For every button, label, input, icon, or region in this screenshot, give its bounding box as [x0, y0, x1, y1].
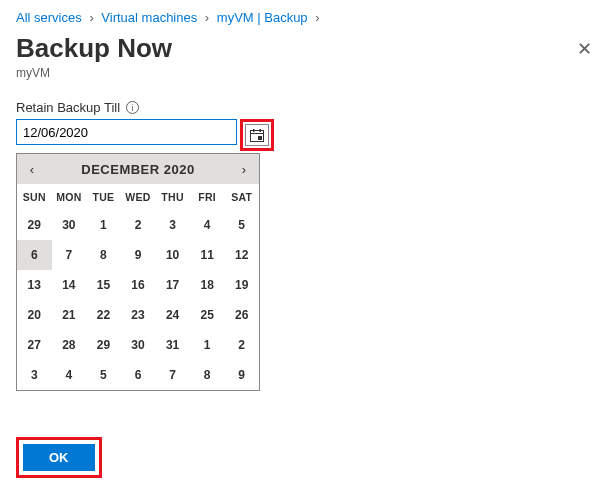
- chevron-right-icon: ›: [242, 162, 246, 177]
- calendar-day[interactable]: 21: [52, 300, 87, 330]
- calendar-dow-label: TUE: [86, 184, 121, 210]
- breadcrumb-link[interactable]: myVM | Backup: [217, 10, 308, 25]
- calendar-prev-button[interactable]: ‹: [17, 162, 47, 177]
- calendar-day[interactable]: 13: [17, 270, 52, 300]
- info-icon[interactable]: i: [126, 101, 139, 114]
- calendar-day[interactable]: 19: [224, 270, 259, 300]
- svg-rect-4: [258, 136, 262, 140]
- calendar-day[interactable]: 18: [190, 270, 225, 300]
- calendar-header: ‹ DECEMBER 2020 ›: [17, 154, 259, 184]
- calendar-month-label: DECEMBER 2020: [81, 162, 194, 177]
- page-title: Backup Now: [16, 33, 172, 64]
- calendar-day[interactable]: 30: [52, 210, 87, 240]
- calendar-day[interactable]: 6: [121, 360, 156, 390]
- calendar-day[interactable]: 4: [52, 360, 87, 390]
- calendar-day[interactable]: 16: [121, 270, 156, 300]
- calendar-icon: [250, 129, 264, 142]
- calendar-next-button[interactable]: ›: [229, 162, 259, 177]
- calendar-day[interactable]: 9: [224, 360, 259, 390]
- calendar-day[interactable]: 26: [224, 300, 259, 330]
- calendar-day[interactable]: 12: [224, 240, 259, 270]
- calendar-day[interactable]: 2: [121, 210, 156, 240]
- calendar-day[interactable]: 3: [155, 210, 190, 240]
- calendar-day[interactable]: 2: [224, 330, 259, 360]
- calendar-day[interactable]: 5: [86, 360, 121, 390]
- calendar-day[interactable]: 1: [86, 210, 121, 240]
- calendar-day[interactable]: 29: [86, 330, 121, 360]
- calendar-day[interactable]: 28: [52, 330, 87, 360]
- svg-rect-3: [260, 129, 262, 132]
- calendar-day[interactable]: 20: [17, 300, 52, 330]
- calendar-popup: ‹ DECEMBER 2020 › SUNMONTUEWEDTHUFRISAT2…: [16, 153, 260, 391]
- calendar-day[interactable]: 31: [155, 330, 190, 360]
- breadcrumb: All services › Virtual machines › myVM |…: [16, 10, 596, 25]
- calendar-day[interactable]: 29: [17, 210, 52, 240]
- calendar-day[interactable]: 7: [155, 360, 190, 390]
- calendar-day[interactable]: 6: [17, 240, 52, 270]
- calendar-day[interactable]: 27: [17, 330, 52, 360]
- close-icon[interactable]: ✕: [573, 34, 596, 64]
- calendar-day[interactable]: 9: [121, 240, 156, 270]
- calendar-button[interactable]: [245, 124, 269, 146]
- calendar-day[interactable]: 4: [190, 210, 225, 240]
- page-subtitle: myVM: [16, 66, 596, 80]
- calendar-grid: SUNMONTUEWEDTHUFRISAT2930123456789101112…: [17, 184, 259, 390]
- ok-button[interactable]: OK: [23, 444, 95, 471]
- calendar-day[interactable]: 14: [52, 270, 87, 300]
- chevron-left-icon: ‹: [30, 162, 34, 177]
- breadcrumb-sep: ›: [205, 10, 209, 25]
- calendar-day[interactable]: 15: [86, 270, 121, 300]
- calendar-dow-label: THU: [155, 184, 190, 210]
- svg-rect-2: [253, 129, 255, 132]
- breadcrumb-sep: ›: [89, 10, 93, 25]
- calendar-day[interactable]: 5: [224, 210, 259, 240]
- calendar-day[interactable]: 24: [155, 300, 190, 330]
- calendar-day[interactable]: 22: [86, 300, 121, 330]
- calendar-dow-label: SUN: [17, 184, 52, 210]
- highlight-box: OK: [16, 437, 102, 478]
- calendar-day[interactable]: 23: [121, 300, 156, 330]
- calendar-day[interactable]: 30: [121, 330, 156, 360]
- calendar-dow-label: SAT: [224, 184, 259, 210]
- retain-label: Retain Backup Till: [16, 100, 120, 115]
- calendar-dow-label: WED: [121, 184, 156, 210]
- calendar-day[interactable]: 8: [190, 360, 225, 390]
- calendar-day[interactable]: 10: [155, 240, 190, 270]
- calendar-day[interactable]: 3: [17, 360, 52, 390]
- breadcrumb-link[interactable]: All services: [16, 10, 82, 25]
- breadcrumb-sep: ›: [315, 10, 319, 25]
- calendar-day[interactable]: 17: [155, 270, 190, 300]
- calendar-day[interactable]: 11: [190, 240, 225, 270]
- calendar-day[interactable]: 1: [190, 330, 225, 360]
- highlight-box: [240, 119, 274, 151]
- retain-date-input[interactable]: [16, 119, 237, 145]
- calendar-day[interactable]: 8: [86, 240, 121, 270]
- calendar-day[interactable]: 25: [190, 300, 225, 330]
- breadcrumb-link[interactable]: Virtual machines: [101, 10, 197, 25]
- calendar-day[interactable]: 7: [52, 240, 87, 270]
- calendar-dow-label: FRI: [190, 184, 225, 210]
- calendar-dow-label: MON: [52, 184, 87, 210]
